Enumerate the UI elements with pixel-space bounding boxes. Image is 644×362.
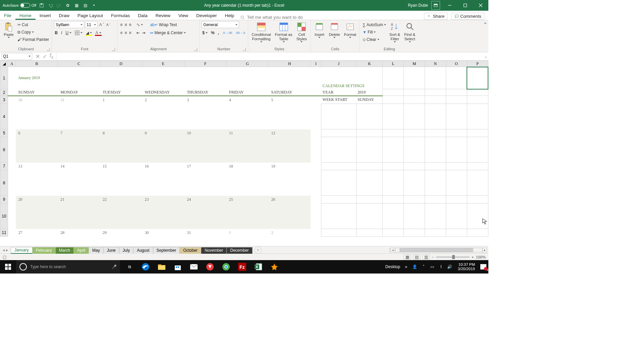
dialog-launcher-icon[interactable] bbox=[243, 48, 246, 51]
align-center-icon[interactable]: ≡ bbox=[124, 29, 127, 36]
day-cell[interactable] bbox=[269, 170, 311, 196]
col-header[interactable]: G bbox=[226, 61, 269, 67]
store-icon[interactable] bbox=[170, 260, 185, 274]
day-cell[interactable]: 31 bbox=[58, 96, 100, 104]
tab-scroll-left-icon[interactable]: ◂ bbox=[3, 248, 5, 252]
sheet-tab-february[interactable]: February bbox=[32, 247, 56, 254]
day-cell[interactable]: 5 bbox=[269, 96, 311, 104]
col-header[interactable]: C bbox=[58, 61, 100, 67]
name-box[interactable]: Q1 bbox=[1, 53, 32, 60]
undo-icon[interactable] bbox=[47, 2, 54, 9]
align-left-icon[interactable]: ≡ bbox=[119, 29, 123, 36]
conditional-formatting-button[interactable]: Conditional Formatting bbox=[250, 21, 272, 43]
day-cell[interactable]: 22 bbox=[100, 196, 142, 203]
row-header[interactable]: 6 bbox=[0, 137, 8, 163]
day-cell[interactable]: 20 bbox=[16, 196, 58, 203]
increase-font-icon[interactable]: Aˆ bbox=[98, 21, 105, 28]
new-sheet-button[interactable]: ＋ bbox=[254, 246, 262, 254]
align-right-icon[interactable]: ≡ bbox=[128, 29, 132, 36]
day-cell[interactable]: 18 bbox=[226, 163, 269, 170]
day-cell[interactable]: 16 bbox=[142, 163, 184, 170]
day-cell[interactable] bbox=[269, 203, 311, 229]
zoom-in-icon[interactable]: + bbox=[472, 255, 474, 259]
row-header[interactable]: 4 bbox=[0, 104, 8, 129]
day-cell[interactable]: 1 bbox=[226, 229, 269, 237]
tell-me-search[interactable]: Tell me what you want to do bbox=[238, 15, 305, 20]
day-cell[interactable] bbox=[16, 104, 58, 129]
day-cell[interactable] bbox=[184, 137, 226, 163]
align-bottom-icon[interactable]: ≡ bbox=[128, 21, 132, 28]
font-name-selector[interactable]: Sylfaen bbox=[54, 21, 84, 28]
day-cell[interactable]: 17 bbox=[184, 163, 226, 170]
dialog-launcher-icon[interactable] bbox=[47, 48, 50, 51]
selected-cell[interactable] bbox=[467, 67, 488, 89]
tab-data[interactable]: Data bbox=[134, 11, 152, 20]
day-cell[interactable]: 1 bbox=[100, 96, 142, 104]
excel-taskbar-icon[interactable]: X bbox=[251, 260, 266, 274]
sheet-tab-march[interactable]: March bbox=[55, 247, 74, 254]
chevron-up-icon[interactable]: ˄ bbox=[421, 264, 426, 269]
day-cell[interactable] bbox=[142, 137, 184, 163]
sheet-tab-september[interactable]: September bbox=[153, 247, 180, 254]
format-as-table-button[interactable]: Format as Table bbox=[274, 21, 294, 43]
day-cell[interactable] bbox=[100, 137, 142, 163]
day-cell[interactable]: 15 bbox=[100, 163, 142, 170]
day-cell[interactable] bbox=[100, 104, 142, 129]
sheet-tab-june[interactable]: June bbox=[103, 247, 119, 254]
col-header[interactable]: F bbox=[184, 61, 226, 67]
col-header[interactable]: L bbox=[383, 61, 404, 67]
start-button[interactable] bbox=[0, 260, 16, 274]
qat-customize-icon[interactable] bbox=[91, 2, 97, 9]
chrome-icon[interactable] bbox=[219, 260, 233, 274]
day-cell[interactable] bbox=[58, 104, 100, 129]
day-cell[interactable]: 26 bbox=[269, 196, 311, 203]
day-cell[interactable]: 21 bbox=[58, 196, 100, 203]
cell-styles-button[interactable]: Cell Styles bbox=[295, 21, 308, 43]
day-cell[interactable]: 28 bbox=[58, 229, 100, 237]
decrease-indent-icon[interactable]: ⇤ bbox=[136, 29, 141, 36]
day-cell[interactable]: 29 bbox=[100, 229, 142, 237]
col-header[interactable]: K bbox=[356, 61, 383, 67]
row-header[interactable]: 2 bbox=[0, 89, 8, 96]
decrease-font-icon[interactable]: Aˇ bbox=[105, 21, 111, 28]
app-icon[interactable] bbox=[267, 260, 282, 274]
enter-formula-icon[interactable]: ✓ bbox=[43, 53, 47, 60]
spreadsheet-grid[interactable]: ◢ A B C D E F G H I J K L M N O P 1Janua… bbox=[0, 61, 488, 237]
zoom-out-icon[interactable]: − bbox=[432, 255, 434, 259]
sort-filter-button[interactable]: AZSort & Filter bbox=[388, 21, 401, 43]
underline-button[interactable]: U bbox=[65, 29, 72, 36]
system-clock[interactable]: 10:37 PM 3/20/2019 bbox=[456, 262, 477, 271]
tab-insert[interactable]: Insert bbox=[36, 11, 55, 20]
day-cell[interactable]: 2 bbox=[269, 229, 311, 237]
day-cell[interactable]: 31 bbox=[184, 229, 226, 237]
delete-cells-button[interactable]: Delete bbox=[327, 21, 341, 39]
select-all-corner[interactable]: ◢ bbox=[0, 61, 8, 67]
share-button[interactable]: Share bbox=[424, 13, 447, 20]
zoom-level[interactable]: 100% bbox=[476, 255, 486, 259]
sheet-tab-october[interactable]: October bbox=[179, 247, 201, 254]
overflow-icon[interactable]: » bbox=[404, 264, 409, 269]
increase-decimal-icon[interactable]: .0→.00 bbox=[222, 29, 233, 36]
format-painter-button[interactable]: 🖌Format Painter bbox=[17, 36, 50, 43]
qat-icon-1[interactable]: ✿ bbox=[64, 2, 71, 9]
row-header[interactable]: 3 bbox=[0, 96, 8, 104]
people-icon[interactable]: 👤 bbox=[412, 264, 418, 269]
day-cell[interactable]: 30 bbox=[142, 229, 184, 237]
maximize-button[interactable] bbox=[458, 0, 473, 11]
day-cell[interactable] bbox=[142, 170, 184, 196]
day-cell[interactable] bbox=[226, 203, 269, 229]
horizontal-scrollbar[interactable]: ⋮ ◂▸ bbox=[262, 248, 488, 252]
decrease-decimal-icon[interactable]: .00→.0 bbox=[235, 29, 246, 36]
day-cell[interactable] bbox=[184, 203, 226, 229]
row-header[interactable]: 11 bbox=[0, 229, 8, 237]
col-header[interactable]: M bbox=[404, 61, 425, 67]
row-header[interactable]: 1 bbox=[0, 67, 8, 89]
ribbon-display-options-icon[interactable] bbox=[431, 1, 440, 10]
day-cell[interactable]: 14 bbox=[58, 163, 100, 170]
day-cell[interactable] bbox=[100, 203, 142, 229]
day-cell[interactable] bbox=[142, 203, 184, 229]
day-cell[interactable] bbox=[16, 170, 58, 196]
tab-draw[interactable]: Draw bbox=[55, 11, 74, 20]
expand-formula-bar-icon[interactable]: ⌄ bbox=[483, 55, 488, 58]
day-cell[interactable]: 12 bbox=[269, 129, 311, 137]
